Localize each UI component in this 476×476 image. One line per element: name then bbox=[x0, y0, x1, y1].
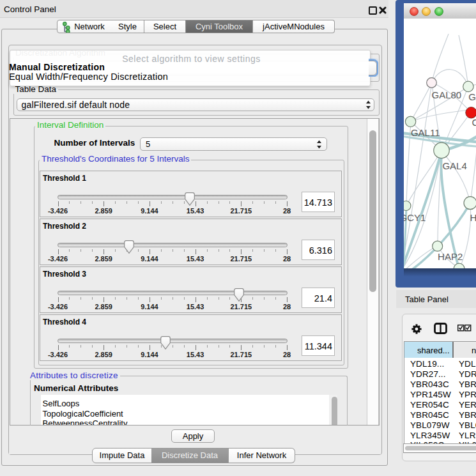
svg-text:GAL80: GAL80 bbox=[432, 89, 462, 100]
svg-text:GAL4: GAL4 bbox=[442, 160, 466, 171]
svg-text:C: C bbox=[472, 117, 476, 128]
svg-text:H: H bbox=[470, 212, 476, 223]
svg-text:GAL11: GAL11 bbox=[411, 127, 440, 138]
svg-text:GCY1: GCY1 bbox=[404, 212, 426, 223]
svg-text:GA: GA bbox=[468, 91, 476, 102]
svg-text:HAP2: HAP2 bbox=[438, 251, 463, 262]
